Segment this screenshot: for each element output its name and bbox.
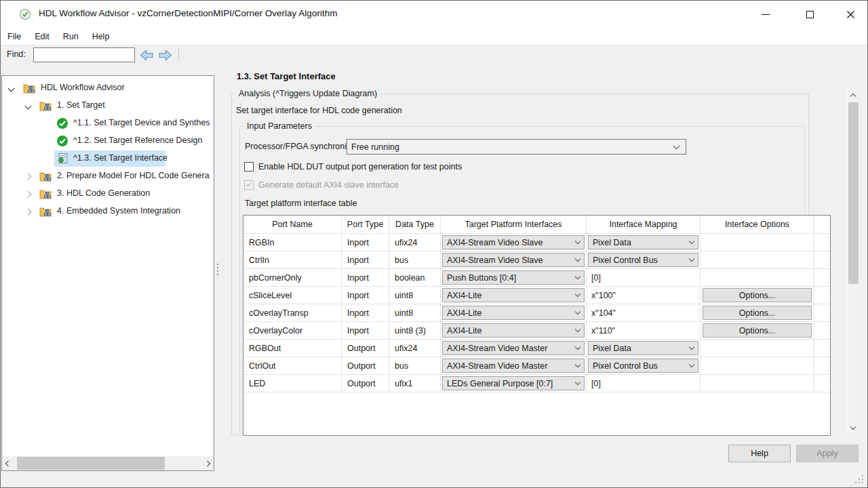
passed-check-icon: [56, 135, 68, 147]
mapping-value-field[interactable]: x"110": [587, 326, 615, 336]
scroll-right-button[interactable]: [201, 456, 214, 470]
find-combobox[interactable]: [33, 47, 135, 62]
help-button[interactable]: Help: [728, 445, 791, 462]
expander-down-icon[interactable]: [8, 85, 15, 92]
expander-right-icon[interactable]: [25, 191, 32, 198]
target-interface-dropdown[interactable]: AXI4-Stream Video Slave: [442, 253, 585, 267]
title-bar: HDL Workflow Advisor - vzCornerDetection…: [1, 1, 867, 28]
tree-item-label[interactable]: 2. Prepare Model For HDL Code Genera: [57, 171, 210, 180]
interface-options-button[interactable]: Options...: [703, 323, 812, 338]
scroll-left-button[interactable]: [2, 456, 14, 470]
app-check-circle-icon: [19, 8, 31, 20]
tree-item-label[interactable]: 3. HDL Code Generation: [57, 188, 150, 198]
page-title: 1.3. Set Target Interface: [237, 71, 336, 81]
find-input[interactable]: [34, 48, 144, 62]
mapping-value-field[interactable]: x"100": [587, 291, 616, 300]
interface-mapping-dropdown[interactable]: Pixel Data: [588, 341, 698, 355]
apply-button[interactable]: Apply: [796, 445, 859, 462]
content-vertical-scrollbar[interactable]: [846, 87, 859, 436]
expander-right-icon[interactable]: [25, 209, 32, 216]
target-interface-dropdown[interactable]: LEDs General Purpose [0:7]: [442, 376, 585, 390]
column-header: Target Platform Interfaces: [440, 216, 586, 233]
cell-port-name: pbCornerOnly: [243, 269, 341, 286]
table-row-rgbout: RGBOut Outport ufix24 AXI4-Stream Video …: [243, 340, 830, 357]
find-next-button[interactable]: [157, 47, 173, 62]
tree-item-embedded-system-integration[interactable]: 4. Embedded System Integration: [2, 203, 214, 220]
expander-right-icon[interactable]: [25, 174, 32, 180]
workflow-tree-panel: HDL Workflow Advisor 1. Set Target ^1.1.…: [1, 75, 214, 471]
mapping-value-field[interactable]: [0]: [587, 379, 601, 388]
tree-item-set-target[interactable]: 1. Set Target: [2, 97, 214, 115]
tree-item-label[interactable]: 1. Set Target: [57, 100, 105, 110]
close-button[interactable]: [835, 1, 866, 28]
target-interface-dropdown[interactable]: Push Buttons [0:4]: [442, 270, 585, 285]
table-row-ctrlin: CtrlIn Inport bus AXI4-Stream Video Slav…: [243, 251, 830, 269]
hdl-workflow-advisor-window: HDL Workflow Advisor - vzCornerDetection…: [0, 0, 868, 488]
chevron-down-icon: [689, 239, 694, 244]
cell-spacer: [814, 251, 830, 268]
find-previous-button[interactable]: [138, 47, 155, 62]
tree-horizontal-scrollbar[interactable]: [2, 456, 214, 470]
dropdown-value: LEDs General Purpose [0:7]: [447, 379, 553, 388]
back-arrow-icon: [139, 49, 155, 62]
tree-item-label[interactable]: 4. Embedded System Integration: [57, 206, 180, 216]
target-interface-dropdown[interactable]: AXI4-Lite: [442, 323, 585, 338]
target-interface-dropdown[interactable]: AXI4-Stream Video Master: [442, 359, 585, 373]
scroll-up-button[interactable]: [847, 88, 859, 102]
interface-mapping-dropdown[interactable]: Pixel Control Bus: [588, 359, 698, 373]
interface-options-button[interactable]: Options...: [703, 306, 812, 320]
cell-port-type: Inport: [341, 234, 389, 251]
target-interface-dropdown[interactable]: AXI4-Lite: [442, 306, 585, 320]
interface-mapping-dropdown[interactable]: Pixel Data: [588, 235, 698, 249]
enable-test-points-checkbox[interactable]: [244, 162, 254, 171]
cell-spacer: [814, 322, 830, 339]
target-interface-dropdown[interactable]: AXI4-Lite: [442, 288, 585, 302]
table-row-rgbin: RGBIn Inport ufix24 AXI4-Stream Video Sl…: [243, 234, 830, 251]
panel-splitter-handle[interactable]: [216, 262, 219, 278]
processor-fpga-sync-dropdown[interactable]: Free running: [347, 139, 686, 155]
table-row-cslicelevel: cSliceLevel Inport uint8 AXI4-Lite x"100…: [243, 287, 830, 304]
checkbox-label: Generate default AXI4 slave interface: [258, 180, 399, 190]
chevron-down-icon: [575, 380, 580, 385]
cell-port-name: LED: [243, 375, 341, 392]
chevron-down-icon: [575, 309, 580, 314]
mapping-value-field[interactable]: x"104": [587, 308, 616, 318]
tree-item-set-target-reference-design[interactable]: ^1.2. Set Target Reference Design: [2, 132, 214, 150]
scrollbar-thumb[interactable]: [17, 457, 165, 470]
scroll-down-button[interactable]: [847, 422, 859, 435]
cell-spacer: [814, 357, 830, 374]
menu-run[interactable]: Run: [56, 28, 85, 45]
chevron-down-icon: [673, 142, 680, 149]
minimize-button[interactable]: [750, 1, 781, 28]
window-resize-grip[interactable]: [854, 474, 863, 483]
tree-item-label[interactable]: HDL Workflow Advisor: [41, 83, 125, 92]
cell-port-type: Inport: [341, 322, 389, 339]
chevron-down-icon: [575, 256, 580, 262]
tree-item-hdl-workflow-advisor[interactable]: HDL Workflow Advisor: [2, 79, 214, 97]
target-interface-dropdown[interactable]: AXI4-Stream Video Slave: [442, 235, 585, 249]
interface-mapping-dropdown[interactable]: Pixel Control Bus: [588, 253, 698, 267]
tree-item-prepare-model[interactable]: 2. Prepare Model For HDL Code Genera: [2, 167, 214, 185]
table-row-coverlaytransp: cOverlayTransp Inport uint8 AXI4-Lite x"…: [243, 304, 830, 322]
tree-item-set-target-device[interactable]: ^1.1. Set Target Device and Synthes: [2, 115, 214, 132]
tree-item-set-target-interface-selected[interactable]: ^1.3. Set Target Interface: [2, 150, 214, 167]
dropdown-value: AXI4-Stream Video Slave: [447, 238, 543, 247]
mapping-value-field[interactable]: [0]: [587, 273, 601, 283]
expander-down-icon[interactable]: [25, 103, 32, 110]
menu-help[interactable]: Help: [85, 28, 117, 45]
tree-item-hdl-code-generation[interactable]: 3. HDL Code Generation: [2, 185, 214, 203]
target-interface-dropdown[interactable]: AXI4-Stream Video Master: [442, 341, 585, 355]
tree-item-label[interactable]: ^1.1. Set Target Device and Synthes: [73, 118, 210, 127]
interface-options-button[interactable]: Options...: [703, 288, 812, 302]
chevron-up-icon: [850, 94, 856, 99]
menu-file[interactable]: File: [1, 28, 28, 45]
maximize-button[interactable]: [794, 1, 825, 28]
tree-item-label[interactable]: ^1.2. Set Target Reference Design: [73, 136, 202, 145]
tree-item-label[interactable]: ^1.3. Set Target Interface: [73, 153, 167, 163]
chevron-down-icon: [575, 344, 580, 350]
menu-edit[interactable]: Edit: [28, 28, 56, 45]
test-points-checkbox-row: Enable HDL DUT output port generation fo…: [244, 162, 462, 171]
cell-port-name: cSliceLevel: [243, 287, 341, 304]
scrollbar-thumb[interactable]: [848, 102, 859, 284]
cell-spacer: [814, 340, 830, 357]
